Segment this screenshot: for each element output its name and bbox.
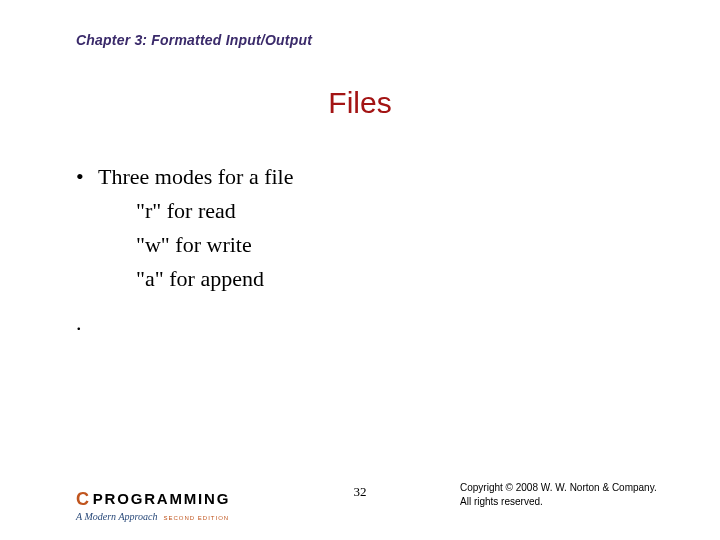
bullet-marker: • (76, 160, 98, 194)
bullet-item: • Three modes for a file (76, 160, 293, 194)
bullet-text: Three modes for a file (98, 160, 293, 194)
logo-edition: SECOND EDITION (163, 515, 229, 521)
logo-subtitle: A Modern ApproachSECOND EDITION (76, 511, 230, 522)
slide-title: Files (0, 86, 720, 120)
logo-subtitle-text: A Modern Approach (76, 511, 157, 522)
copyright-line-1: Copyright © 2008 W. W. Norton & Company. (460, 481, 657, 495)
slide-body: • Three modes for a file "r" for read "w… (76, 160, 293, 296)
logo-wordmark: CPROGRAMMING (76, 488, 230, 509)
sub-item: "w" for write (136, 228, 293, 262)
footer: CPROGRAMMING A Modern ApproachSECOND EDI… (0, 472, 720, 522)
book-logo: CPROGRAMMING A Modern ApproachSECOND EDI… (76, 488, 230, 522)
chapter-header: Chapter 3: Formatted Input/Output (76, 32, 312, 48)
slide: Chapter 3: Formatted Input/Output Files … (0, 0, 720, 540)
copyright-line-2: All rights reserved. (460, 495, 657, 509)
stray-period: . (76, 310, 82, 336)
sub-item: "r" for read (136, 194, 293, 228)
sub-item: "a" for append (136, 262, 293, 296)
logo-c-letter: C (76, 489, 91, 510)
page-number: 32 (354, 484, 367, 500)
logo-programming: PROGRAMMING (93, 490, 230, 507)
copyright: Copyright © 2008 W. W. Norton & Company.… (460, 481, 657, 508)
